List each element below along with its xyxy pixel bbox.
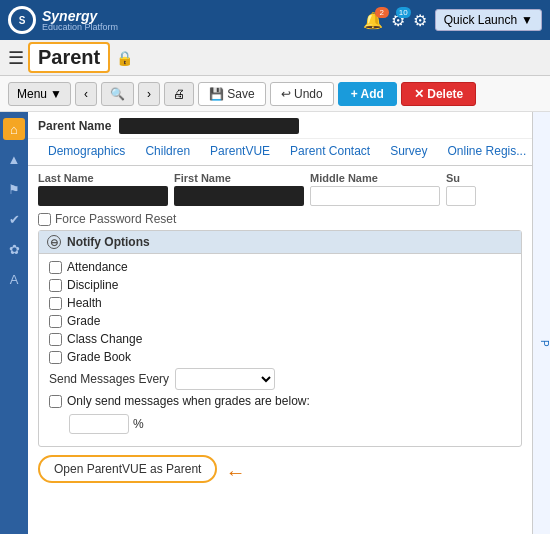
health-label: Health: [67, 296, 102, 310]
tab-parent-contact[interactable]: Parent Contact: [280, 139, 380, 165]
grade-book-checkbox[interactable]: [49, 351, 62, 364]
tab-demographics[interactable]: Demographics: [38, 139, 135, 165]
su-group: Su: [446, 172, 476, 206]
last-name-value: [38, 186, 168, 206]
grades-below-row: Only send messages when grades are below…: [49, 394, 511, 408]
tab-parentvue[interactable]: ParentVUE: [200, 139, 280, 165]
right-edge-text: P: [539, 340, 550, 347]
logo-area: S Synergy Education Platform: [8, 6, 118, 34]
prev-button[interactable]: ‹: [75, 82, 97, 106]
save-button[interactable]: 💾 Save: [198, 82, 266, 106]
first-name-value: [174, 186, 304, 206]
quick-launch-chevron: ▼: [521, 13, 533, 27]
main-content: Parent Name Demographics Children Parent…: [28, 112, 532, 534]
undo-button[interactable]: ↩ Undo: [270, 82, 334, 106]
sidebar-item-a[interactable]: A: [3, 268, 25, 290]
delete-button[interactable]: ✕ Delete: [401, 82, 476, 106]
grade-checkbox[interactable]: [49, 315, 62, 328]
tab-online-regis[interactable]: Online Regis...: [438, 139, 532, 165]
class-change-checkbox[interactable]: [49, 333, 62, 346]
tab-survey[interactable]: Survey: [380, 139, 437, 165]
menu-chevron-icon: ▼: [50, 87, 62, 101]
percent-symbol: %: [133, 417, 144, 431]
grade-row: Grade: [49, 314, 511, 328]
send-messages-select[interactable]: [175, 368, 275, 390]
open-parentvue-row: Open ParentVUE as Parent ←: [38, 455, 522, 489]
notify-header: ⊖ Notify Options: [39, 231, 521, 254]
health-checkbox[interactable]: [49, 297, 62, 310]
notify-body: Attendance Discipline Health Grade: [39, 254, 521, 446]
su-value[interactable]: [446, 186, 476, 206]
menu-button[interactable]: Menu ▼: [8, 82, 71, 106]
notif-badge-2: 10: [396, 7, 411, 18]
top-bar-right: 🔔 2 ⚙ 10 ⚙ Quick Launch ▼: [363, 9, 542, 31]
middle-name-label: Middle Name: [310, 172, 440, 184]
force-password-label: Force Password Reset: [55, 212, 176, 226]
class-change-row: Class Change: [49, 332, 511, 346]
form-area: Last Name First Name Middle Name Su: [28, 166, 532, 534]
nav-bar: ☰ Parent 🔒: [0, 40, 550, 76]
lock-icon: 🔒: [116, 50, 133, 66]
add-button[interactable]: + Add: [338, 82, 397, 106]
quick-launch-button[interactable]: Quick Launch ▼: [435, 9, 542, 31]
discipline-row: Discipline: [49, 278, 511, 292]
health-row: Health: [49, 296, 511, 310]
notify-circle-icon: ⊖: [47, 235, 61, 249]
su-label: Su: [446, 172, 476, 184]
toolbar: Menu ▼ ‹ 🔍 › 🖨 💾 Save ↩ Undo + Add ✕ Del…: [0, 76, 550, 112]
attendance-row: Attendance: [49, 260, 511, 274]
sidebar-item-star[interactable]: ✿: [3, 238, 25, 260]
send-messages-label: Send Messages Every: [49, 372, 169, 386]
name-fields-row: Last Name First Name Middle Name Su: [38, 172, 522, 206]
print-button[interactable]: 🖨: [164, 82, 194, 106]
grades-below-checkbox[interactable]: [49, 395, 62, 408]
parent-name-row: Parent Name: [28, 112, 532, 139]
notif-badge-1: 2: [375, 7, 389, 18]
attendance-checkbox[interactable]: [49, 261, 62, 274]
parent-name-label: Parent Name: [38, 119, 111, 133]
parent-name-value: [119, 118, 299, 134]
notification-icon-1[interactable]: 🔔 2: [363, 11, 383, 30]
main-layout: ⌂ ▲ ⚑ ✔ ✿ A Parent Name Demographics Chi…: [0, 112, 550, 534]
search-button[interactable]: 🔍: [101, 82, 134, 106]
middle-name-value[interactable]: [310, 186, 440, 206]
tab-children[interactable]: Children: [135, 139, 200, 165]
discipline-checkbox[interactable]: [49, 279, 62, 292]
hamburger-icon[interactable]: ☰: [8, 47, 24, 69]
first-name-label: First Name: [174, 172, 304, 184]
notify-section: ⊖ Notify Options Attendance Discipline H…: [38, 230, 522, 447]
notification-icon-2[interactable]: ⚙ 10: [391, 11, 405, 30]
sidebar-item-alerts[interactable]: ▲: [3, 148, 25, 170]
attendance-label: Attendance: [67, 260, 128, 274]
sidebar-item-home[interactable]: ⌂: [3, 118, 25, 140]
notify-section-label: Notify Options: [67, 235, 150, 249]
sidebar-item-flag[interactable]: ⚑: [3, 178, 25, 200]
middle-name-group: Middle Name: [310, 172, 440, 206]
top-bar: S Synergy Education Platform 🔔 2 ⚙ 10 ⚙ …: [0, 0, 550, 40]
send-messages-row: Send Messages Every: [49, 368, 511, 390]
grades-below-label: Only send messages when grades are below…: [67, 394, 310, 408]
open-parentvue-button[interactable]: Open ParentVUE as Parent: [38, 455, 217, 483]
force-password-checkbox[interactable]: [38, 213, 51, 226]
last-name-label: Last Name: [38, 172, 168, 184]
settings-icon[interactable]: ⚙: [413, 11, 427, 30]
first-name-group: First Name: [174, 172, 304, 206]
svg-text:S: S: [19, 15, 26, 26]
force-password-row: Force Password Reset: [38, 212, 522, 226]
grade-book-label: Grade Book: [67, 350, 131, 364]
last-name-group: Last Name: [38, 172, 168, 206]
percent-input[interactable]: [69, 414, 129, 434]
discipline-label: Discipline: [67, 278, 118, 292]
undo-icon: ↩: [281, 87, 294, 101]
save-icon: 💾: [209, 87, 227, 101]
arrow-right-icon: ←: [225, 461, 245, 484]
next-button[interactable]: ›: [138, 82, 160, 106]
logo-text-area: Synergy Education Platform: [42, 8, 118, 32]
right-edge-panel: P: [532, 112, 550, 534]
sidebar-item-check[interactable]: ✔: [3, 208, 25, 230]
grade-book-row: Grade Book: [49, 350, 511, 364]
app-subtitle: Education Platform: [42, 22, 118, 32]
class-change-label: Class Change: [67, 332, 142, 346]
percent-row: %: [49, 414, 511, 434]
synergy-logo-icon: S: [8, 6, 36, 34]
